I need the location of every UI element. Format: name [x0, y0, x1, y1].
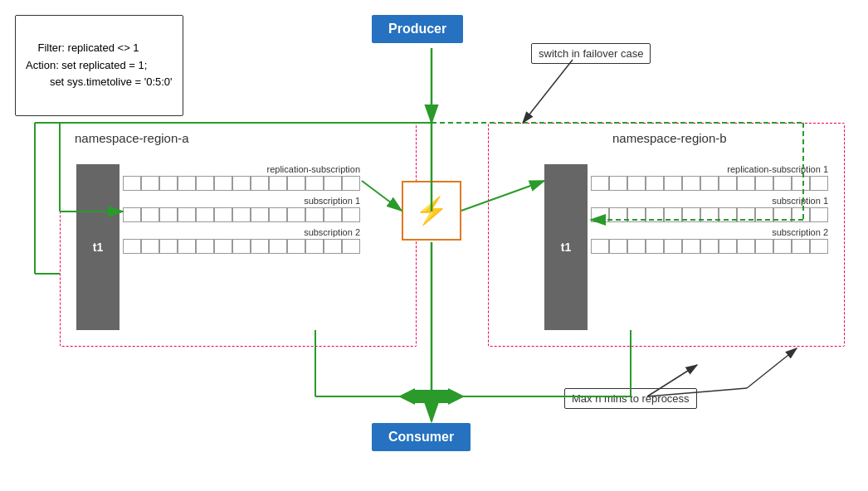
queue-row-a-2: [123, 239, 360, 254]
filter-line3: set sys.timetolive = '0:5:0': [26, 75, 173, 88]
queue-row-b-replication: [591, 176, 828, 191]
sub-label-b-replication: replication-subscription 1: [591, 164, 828, 174]
router-box: ⚡: [402, 181, 461, 241]
diagram-container: Filter: replicated <> 1 Action: set repl…: [0, 0, 868, 491]
switch-label-text: switch in failover case: [539, 47, 643, 60]
queue-row-a-replication: [123, 176, 360, 191]
svg-marker-16: [448, 388, 465, 405]
queue-row-b-2: [591, 239, 828, 254]
filter-line2: Action: set replicated = 1;: [26, 59, 147, 71]
queue-row-b-1: [591, 207, 828, 222]
sub-label-b-1: subscription 1: [591, 196, 828, 206]
svg-marker-15: [398, 388, 415, 405]
sub-label-a-1: subscription 1: [123, 196, 360, 206]
namespace-a-label: namespace-region-a: [75, 131, 189, 145]
sub-label-a-2: subscription 2: [123, 227, 360, 237]
consumer-box: Consumer: [372, 423, 471, 451]
svg-rect-17: [415, 390, 448, 403]
filter-line1: Filter: replicated <> 1: [37, 41, 139, 54]
queue-row-a-1: [123, 207, 360, 222]
svg-line-13: [523, 60, 573, 123]
producer-label: Producer: [388, 22, 446, 36]
switch-label: switch in failover case: [531, 43, 651, 64]
max-mins-text: Max n mins to reprocess: [572, 392, 690, 405]
namespace-b-label: namespace-region-b: [612, 131, 727, 145]
router-icon: ⚡: [415, 195, 448, 226]
sub-label-b-2: subscription 2: [591, 227, 828, 237]
queue-group-a: replication-subscription subscription 1 …: [123, 164, 360, 254]
filter-box: Filter: replicated <> 1 Action: set repl…: [15, 15, 183, 116]
sub-label-a-replication: replication-subscription: [123, 164, 360, 174]
consumer-label: Consumer: [388, 430, 454, 444]
queue-group-b: replication-subscription 1 subscription …: [591, 164, 828, 254]
t1-block-b: t1: [544, 164, 588, 330]
svg-line-24: [747, 348, 797, 388]
t1-block-a: t1: [76, 164, 119, 330]
producer-box: Producer: [372, 15, 463, 43]
max-mins-label: Max n mins to reprocess: [564, 388, 697, 409]
